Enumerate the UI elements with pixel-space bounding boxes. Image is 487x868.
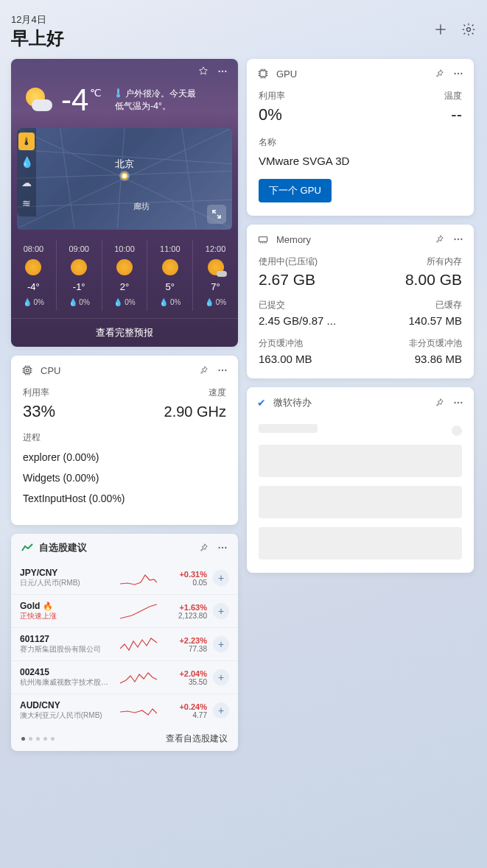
weather-map[interactable]: 🌡 💧 ☁ ≋ 北京 廊坊 [17, 128, 232, 230]
more-icon[interactable] [453, 398, 463, 408]
gpu-widget: GPU 利用率 温度 0% -- 名称 VMware SVGA 3D 下一 [247, 59, 474, 216]
stock-row[interactable]: AUD/CNY 澳大利亚元/人民币(RMB) +0.24% 4.77 + [11, 694, 238, 727]
stock-sparkline [120, 668, 157, 686]
mem-nonpaged-value: 93.86 MB [415, 353, 462, 365]
hour-weather-icon [116, 259, 133, 275]
stocks-title: 自选股建议 [39, 541, 87, 554]
gpu-name-label: 名称 [259, 136, 462, 149]
more-icon[interactable] [217, 543, 228, 553]
mem-cached-label: 已缓存 [435, 299, 462, 311]
gpu-util-label: 利用率 [259, 90, 285, 102]
hour-precip: 💧 0% [69, 298, 90, 306]
hour-weather-icon [71, 259, 87, 275]
more-icon[interactable] [453, 234, 463, 244]
hour-time: 11:00 [160, 244, 181, 253]
hourly-item[interactable]: 11:00 5° 💧 0% [147, 240, 193, 311]
pin-icon[interactable] [198, 543, 209, 553]
memory-icon [257, 233, 269, 245]
stocks-pagination[interactable] [21, 737, 55, 741]
pin-icon[interactable] [434, 234, 444, 244]
cpu-icon [21, 364, 33, 376]
full-forecast-link[interactable]: 查看完整预报 [11, 318, 238, 347]
stock-add-button[interactable]: + [213, 570, 229, 586]
todo-skeleton [259, 527, 462, 560]
stock-name: 正快速上涨 [20, 611, 114, 621]
next-gpu-button[interactable]: 下一个 GPU [259, 179, 332, 202]
map-layer-cloud-icon[interactable]: ☁ [17, 172, 36, 193]
hour-time: 08:00 [24, 244, 44, 253]
mem-paged-value: 163.00 MB [259, 353, 312, 365]
gpu-name-value: VMware SVGA 3D [259, 155, 462, 167]
more-icon[interactable] [217, 66, 228, 77]
hour-precip: 💧 0% [23, 298, 44, 306]
map-city-label: 北京 [115, 158, 134, 171]
pin-icon[interactable] [434, 398, 444, 408]
stock-add-button[interactable]: + [213, 669, 229, 685]
cpu-process-item: explorer (0.00%) [23, 451, 226, 463]
pin-icon[interactable] [434, 68, 444, 79]
stock-sparkline [120, 635, 157, 653]
mem-committed-label: 已提交 [259, 299, 285, 311]
more-icon[interactable] [217, 365, 228, 375]
mem-committed-value: 2.45 GB/9.87 ... [259, 314, 336, 327]
svg-point-61 [458, 402, 459, 403]
svg-point-49 [454, 73, 455, 74]
hour-weather-icon [208, 259, 224, 275]
more-icon[interactable] [453, 68, 463, 79]
stock-add-button[interactable]: + [213, 603, 229, 619]
hour-temp: -1° [73, 281, 85, 292]
stocks-view-all-link[interactable]: 查看自选股建议 [166, 733, 228, 745]
stock-change: +2.23% [163, 636, 207, 645]
map-layer-precip-icon[interactable]: 💧 [17, 152, 36, 172]
add-widget-button[interactable] [433, 22, 448, 37]
hourly-item[interactable]: 09:00 -1° 💧 0% [57, 240, 102, 311]
stock-name: 赛力斯集团股份有限公司 [20, 644, 114, 654]
mem-paged-label: 分页缓冲池 [259, 337, 303, 350]
map-layer-wind-icon[interactable]: ≋ [17, 193, 36, 214]
cpu-util-label: 利用率 [23, 387, 49, 399]
pin-icon[interactable] [198, 66, 209, 77]
stock-symbol: 002415 [20, 667, 114, 677]
hour-time: 09:00 [69, 244, 89, 253]
hour-temp: 2° [120, 281, 129, 292]
cpu-speed-label: 速度 [209, 387, 226, 399]
pin-icon[interactable] [198, 365, 209, 375]
stock-sparkline [120, 702, 157, 719]
todo-icon: ✔ [257, 397, 266, 409]
svg-point-32 [225, 370, 226, 371]
gpu-temp-label: 温度 [444, 90, 462, 102]
mem-cached-value: 140.57 MB [408, 314, 462, 327]
hour-weather-icon [162, 259, 178, 275]
svg-point-31 [222, 370, 223, 371]
map-expand-button[interactable] [207, 205, 226, 224]
stock-row[interactable]: JPY/CNY 日元/人民币(RMB) +0.31% 0.05 + [11, 562, 238, 595]
stock-add-button[interactable]: + [213, 702, 229, 719]
stock-symbol: AUD/CNY [20, 700, 114, 710]
stock-price: 0.05 [163, 579, 207, 587]
svg-point-59 [460, 239, 462, 240]
stock-sparkline [120, 569, 157, 587]
svg-line-13 [182, 128, 196, 228]
hourly-item[interactable]: 12:00 7° 💧 0% [193, 240, 238, 311]
weather-widget: -4℃ 户外很冷。今天最 低气温为-4°。 🌡 💧 [11, 59, 238, 347]
stocks-icon [21, 543, 33, 552]
settings-icon[interactable] [461, 22, 476, 37]
stock-row[interactable]: 601127 赛力斯集团股份有限公司 +2.23% 77.38 + [11, 628, 238, 661]
hourly-item[interactable]: 08:00 -4° 💧 0% [11, 240, 57, 311]
hour-time: 12:00 [206, 244, 226, 253]
stocks-widget: 自选股建议 JPY/CNY 日元/人民币(RMB) +0.31% 0.05 + … [11, 534, 238, 751]
svg-point-30 [218, 370, 220, 371]
stock-row[interactable]: Gold 🔥 正快速上涨 +1.63% 2,123.80 + [11, 595, 238, 628]
svg-point-4 [222, 71, 223, 72]
svg-point-62 [460, 402, 462, 403]
stock-sparkline [120, 602, 157, 620]
map-layer-temp-icon[interactable]: 🌡 [18, 133, 35, 150]
cpu-process-item: TextInputHost (0.00%) [23, 493, 226, 504]
hourly-item[interactable]: 10:00 2° 💧 0% [102, 240, 148, 311]
svg-point-60 [454, 402, 455, 403]
svg-line-11 [60, 128, 74, 228]
greeting-label: 早上好 [11, 27, 64, 50]
stock-add-button[interactable]: + [213, 636, 229, 652]
stock-row[interactable]: 002415 杭州海康威视数字技术股份... +2.04% 35.50 + [11, 661, 238, 694]
hour-weather-icon [25, 259, 41, 275]
